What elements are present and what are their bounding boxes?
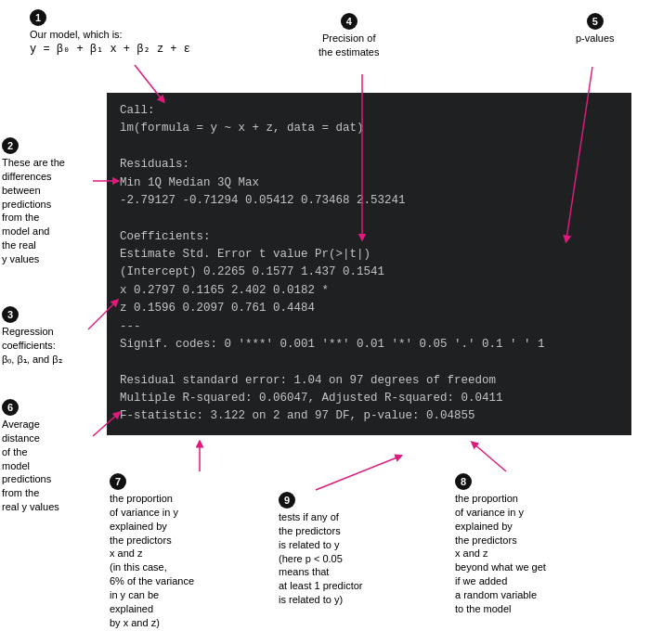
circle-9: 9: [279, 492, 295, 509]
annotation-4: 4 Precision of the estimates: [318, 13, 379, 59]
circle-1: 1: [30, 9, 46, 26]
annotation-5: 5 p-values: [576, 13, 615, 45]
terminal-line-3: [120, 138, 618, 156]
circle-4: 4: [341, 13, 358, 30]
svg-line-7: [474, 444, 506, 471]
circle-5: 5: [587, 13, 604, 30]
terminal-line-10: (Intercept) 0.2265 0.1577 1.437 0.1541: [120, 264, 618, 281]
terminal-line-11: x 0.2797 0.1165 2.402 0.0182 *: [120, 282, 618, 300]
terminal-line-5: Min 1Q Median 3Q Max: [120, 174, 618, 192]
terminal-line-14: Signif. codes: 0 '***' 0.001 '**' 0.01 '…: [120, 336, 618, 354]
circle-8: 8: [455, 473, 472, 490]
circle-3: 3: [2, 306, 19, 323]
terminal-line-8: Coefficients:: [120, 228, 618, 246]
terminal-line-16: Residual standard error: 1.04 on 97 degr…: [120, 372, 618, 390]
circle-7: 7: [110, 473, 126, 490]
circle-2: 2: [2, 137, 19, 154]
annotation-3: 3 Regression coefficients: β₀, β₁, and β…: [2, 306, 62, 367]
terminal-line-9: Estimate Std. Error t value Pr(>|t|): [120, 246, 618, 264]
terminal-line-4: Residuals:: [120, 156, 618, 174]
terminal-line-13: ---: [120, 318, 618, 336]
annotation-1: 1 Our model, which is: y = β₀ + β₁ x + β…: [30, 9, 190, 57]
annotation-7: 7 the proportion of variance in y explai…: [110, 473, 194, 629]
terminal-line-1: Call:: [120, 102, 618, 120]
terminal-line-7: [120, 210, 618, 227]
terminal-line-17: Multiple R-squared: 0.06047, Adjusted R-…: [120, 390, 618, 407]
terminal-output: Call: lm(formula = y ~ x + z, data = dat…: [107, 93, 631, 435]
terminal-line-6: -2.79127 -0.71294 0.05412 0.73468 2.5324…: [120, 192, 618, 210]
annotation-8: 8 the proportion of variance in y explai…: [455, 473, 546, 616]
terminal-line-12: z 0.1596 0.2097 0.761 0.4484: [120, 300, 618, 317]
svg-line-8: [316, 457, 399, 490]
circle-6: 6: [2, 399, 19, 416]
annotation-9: 9 tests if any of the predictors is rela…: [279, 492, 363, 607]
terminal-line-2: lm(formula = y ~ x + z, data = dat): [120, 120, 618, 137]
terminal-line-18: F-statistic: 3.122 on 2 and 97 DF, p-val…: [120, 407, 618, 425]
annotation-6: 6 Average distance of the model predicti…: [2, 399, 59, 514]
annotation-2: 2 These are the differences between pred…: [2, 137, 65, 266]
terminal-line-15: [120, 354, 618, 371]
